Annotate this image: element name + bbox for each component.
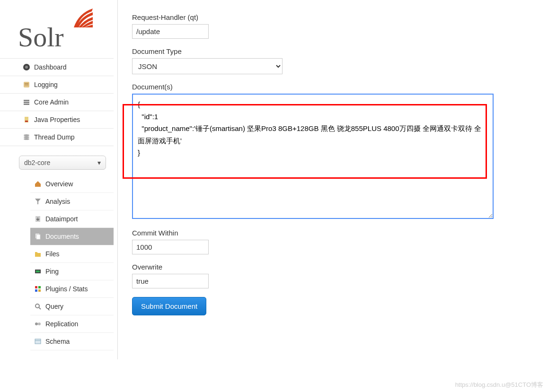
svg-rect-5: [25, 85, 28, 85]
svg-rect-21: [38, 289, 41, 292]
dashboard-icon: [23, 63, 30, 71]
home-icon: [34, 180, 42, 188]
request-handler-input[interactable]: [132, 24, 209, 39]
nav-label: Thread Dump: [34, 133, 75, 141]
request-handler-label: Request-Handler (qt): [132, 13, 534, 21]
document-type-select[interactable]: JSON: [132, 58, 283, 74]
svg-text:Solr: Solr: [18, 22, 64, 50]
subnav-documents[interactable]: Documents: [30, 228, 114, 245]
sidebar: Solr Dashboard Logging Core Admin Java P…: [0, 0, 114, 350]
java-props-icon: [23, 116, 30, 123]
nav-label: Logging: [34, 81, 58, 88]
subnav-label: Documents: [45, 233, 79, 240]
subnav-label: Ping: [45, 268, 59, 275]
document-type-label: Document Type: [132, 47, 534, 55]
watermark-text: https://blog.csdn.u@51CTO博客: [455, 381, 543, 389]
nav-label: Java Properties: [34, 116, 80, 123]
subnav-dataimport[interactable]: Dataimport: [30, 210, 114, 228]
svg-rect-26: [35, 339, 41, 344]
core-subnav: Overview Analysis Dataimport Documents F…: [30, 175, 114, 350]
svg-rect-9: [25, 121, 28, 122]
nav-java-properties[interactable]: Java Properties: [0, 111, 114, 129]
main-content: Request-Handler (qt) Document Type JSON …: [117, 0, 548, 359]
core-selector-dropdown[interactable]: db2-core ▾: [19, 156, 106, 170]
svg-point-22: [35, 304, 39, 308]
subnav-plugins[interactable]: Plugins / Stats: [30, 280, 114, 298]
logging-icon: [23, 81, 30, 88]
subnav-ping[interactable]: Ping: [30, 263, 114, 280]
core-selector-value: db2-core: [24, 159, 50, 166]
subnav-label: Dataimport: [45, 215, 78, 223]
subnav-label: Files: [45, 250, 60, 258]
commit-within-input[interactable]: [132, 240, 209, 254]
documents-icon: [34, 233, 42, 240]
nav-label: Core Admin: [34, 98, 69, 106]
plugins-icon: [34, 285, 42, 293]
dataimport-icon: [34, 215, 42, 223]
subnav-replication[interactable]: Replication: [30, 315, 114, 333]
svg-point-25: [38, 322, 41, 325]
subnav-label: Schema: [45, 338, 70, 345]
svg-rect-18: [35, 286, 37, 288]
folder-icon: [34, 250, 42, 258]
nav-logging[interactable]: Logging: [0, 76, 114, 94]
schema-icon: [34, 338, 42, 345]
ping-icon: [34, 268, 42, 275]
svg-rect-7: [24, 102, 29, 103]
svg-point-2: [25, 66, 28, 69]
subnav-files[interactable]: Files: [30, 245, 114, 263]
documents-textarea[interactable]: [132, 94, 494, 219]
funnel-icon: [34, 198, 42, 205]
subnav-label: Plugins / Stats: [45, 285, 88, 293]
svg-rect-20: [35, 289, 37, 292]
svg-point-24: [35, 322, 38, 325]
primary-nav: Dashboard Logging Core Admin Java Proper…: [0, 58, 114, 146]
svg-rect-8: [24, 104, 29, 105]
svg-rect-17: [36, 270, 40, 272]
solr-logo: Solr: [0, 0, 114, 58]
subnav-overview[interactable]: Overview: [30, 175, 114, 193]
overwrite-input[interactable]: [132, 274, 209, 288]
chevron-down-icon: ▾: [97, 159, 101, 166]
nav-label: Dashboard: [34, 63, 67, 71]
subnav-query[interactable]: Query: [30, 298, 114, 315]
nav-dashboard[interactable]: Dashboard: [0, 59, 114, 76]
thread-dump-icon: [23, 133, 30, 141]
submit-document-button[interactable]: Submit Document: [132, 297, 206, 315]
search-icon: [34, 303, 42, 310]
svg-line-23: [39, 307, 41, 309]
core-admin-icon: [23, 98, 30, 106]
subnav-schema[interactable]: Schema: [30, 333, 114, 350]
svg-point-11: [24, 136, 29, 138]
svg-point-10: [24, 134, 29, 136]
nav-thread-dump[interactable]: Thread Dump: [0, 129, 114, 146]
documents-label: Document(s): [132, 83, 534, 91]
subnav-label: Replication: [45, 320, 78, 328]
replication-icon: [34, 320, 42, 328]
svg-point-12: [24, 138, 29, 140]
svg-rect-19: [38, 286, 41, 288]
overwrite-label: Overwrite: [132, 263, 534, 271]
svg-rect-6: [24, 100, 29, 101]
subnav-label: Overview: [45, 180, 73, 188]
subnav-label: Analysis: [45, 198, 70, 205]
nav-core-admin[interactable]: Core Admin: [0, 94, 114, 111]
subnav-label: Query: [45, 303, 63, 310]
svg-rect-4: [25, 83, 28, 84]
subnav-analysis[interactable]: Analysis: [30, 193, 114, 210]
commit-within-label: Commit Within: [132, 229, 534, 237]
svg-rect-15: [36, 235, 40, 239]
